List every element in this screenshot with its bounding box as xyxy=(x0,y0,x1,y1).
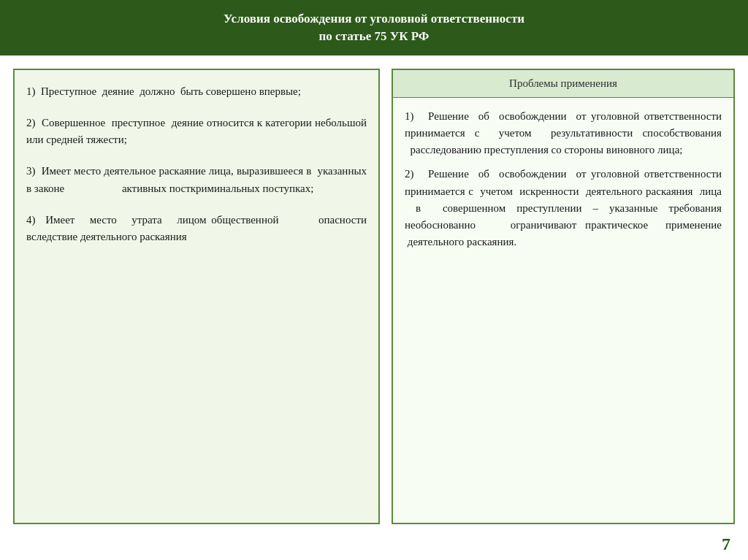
footer: 7 xyxy=(0,532,748,560)
list-item-1-number: 1) xyxy=(26,85,41,97)
list-item-2-text: Совершенное преступное деяние относится … xyxy=(26,117,367,145)
right-item-2-number: 2) xyxy=(405,168,428,180)
list-item-3-text: Имеет место деятельное раскаяние лица, в… xyxy=(26,165,367,193)
header-text: Условия освобождения от уголовной ответс… xyxy=(15,10,733,45)
header-line2: по статье 75 УК РФ xyxy=(319,29,430,43)
right-panel-header: Проблемы применения xyxy=(393,70,733,98)
list-item-1-text: Преступное деяние должно быть совершено … xyxy=(41,85,301,97)
slide-header: Условия освобождения от уголовной ответс… xyxy=(0,0,748,55)
list-item-2-number: 2) xyxy=(26,117,42,129)
right-item-2-text: Решение об освобождении от уголовной отв… xyxy=(405,168,722,248)
right-panel-header-text: Проблемы применения xyxy=(509,77,617,89)
right-panel: Проблемы применения 1) Решение об освобо… xyxy=(392,69,735,524)
header-line1: Условия освобождения от уголовной ответс… xyxy=(224,12,524,26)
page-number: 7 xyxy=(722,534,730,554)
list-item-4-text: Имеет место утрата лицом общественной оп… xyxy=(26,214,367,242)
right-item-1-text: Решение об освобождении от уголовной отв… xyxy=(405,110,722,156)
main-content: 1) Преступное деяние должно быть соверше… xyxy=(0,55,748,532)
list-item-4: 4) Имеет место утрата лицом общественной… xyxy=(26,212,367,246)
list-item-3: 3) Имеет место деятельное раскаяние лица… xyxy=(26,163,367,197)
list-item-3-number: 3) xyxy=(26,165,42,177)
right-item-1: 1) Решение об освобождении от уголовной … xyxy=(405,108,722,159)
right-item-2: 2) Решение об освобождении от уголовной … xyxy=(405,166,722,250)
right-panel-body: 1) Решение об освобождении от уголовной … xyxy=(393,98,733,523)
list-item-1: 1) Преступное деяние должно быть соверше… xyxy=(26,83,367,100)
list-item-4-number: 4) xyxy=(26,214,45,226)
left-panel: 1) Преступное деяние должно быть соверше… xyxy=(13,69,380,524)
slide-container: Условия освобождения от уголовной ответс… xyxy=(0,0,748,560)
right-item-1-number: 1) xyxy=(405,110,428,122)
list-item-2: 2) Совершенное преступное деяние относит… xyxy=(26,115,367,149)
